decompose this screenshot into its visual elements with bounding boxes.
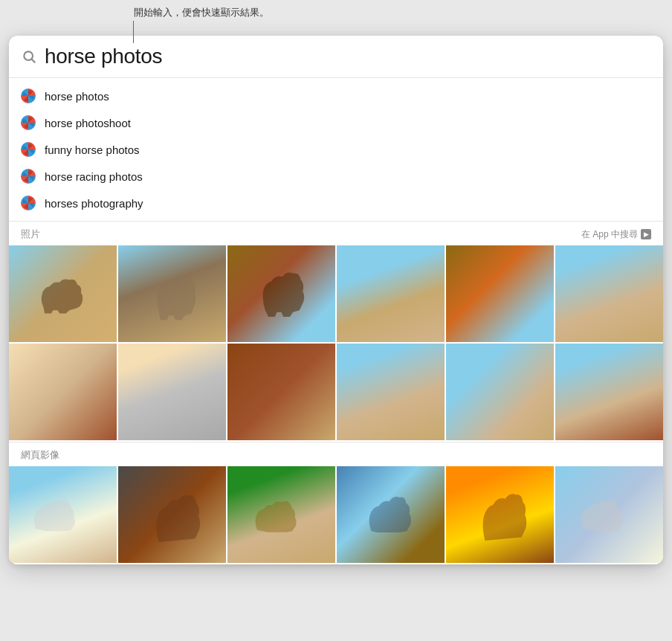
photos-grid (9, 245, 663, 442)
photo-cell-9[interactable] (227, 344, 335, 440)
horse-silhouette-1 (30, 260, 95, 328)
compass-icon-3 (21, 142, 36, 157)
photo-detail-2 (118, 245, 226, 342)
suggestion-text-3: funny horse photos (45, 144, 140, 156)
web-image-cell-2[interactable] (118, 466, 226, 563)
suggestion-text-5: horses photography (45, 197, 143, 210)
photo-cell-6[interactable] (555, 245, 663, 342)
web-images-section-label: 網頁影像 (21, 448, 59, 462)
compass-icon-1 (21, 88, 36, 103)
web-horse-1 (30, 481, 95, 549)
suggestion-text-2: horse photoshoot (45, 117, 131, 129)
photos-section-header: 照片 在 App 中搜尋 ▶ (9, 221, 663, 245)
photo-detail-3 (227, 245, 335, 342)
suggestion-text-1: horse photos (45, 90, 109, 103)
search-in-app-arrow: ▶ (641, 229, 651, 239)
search-bar[interactable]: horse photos (9, 36, 663, 78)
web-horse-2 (140, 481, 204, 549)
web-horse-3 (249, 481, 314, 549)
search-in-app-text: 在 App 中搜尋 (581, 228, 638, 241)
photo-cell-11[interactable] (446, 344, 554, 440)
search-in-app-button[interactable]: 在 App 中搜尋 ▶ (581, 228, 651, 241)
suggestion-item-2[interactable]: horse photoshoot (9, 109, 663, 136)
web-image-detail-1 (9, 466, 117, 563)
suggestion-item-5[interactable]: horses photography (9, 190, 663, 216)
photo-cell-5[interactable] (446, 245, 554, 342)
photo-cell-1[interactable] (9, 245, 117, 342)
web-image-detail-5 (446, 466, 554, 563)
svg-point-0 (24, 51, 33, 60)
photo-cell-2[interactable] (118, 245, 226, 342)
compass-icon-4 (21, 169, 36, 184)
horse-silhouette-2 (140, 260, 204, 328)
horse-silhouette-3 (249, 260, 314, 328)
tooltip-text: 開始輸入，便會快速顯示結果。 (134, 6, 269, 19)
photo-cell-8[interactable] (118, 344, 226, 440)
web-image-detail-6 (555, 466, 663, 563)
photo-detail-1 (9, 245, 117, 342)
web-image-cell-1[interactable] (9, 466, 117, 563)
photos-section-label: 照片 (21, 228, 40, 241)
compass-icon-2 (21, 115, 36, 130)
search-icon (21, 48, 37, 65)
suggestion-item-4[interactable]: horse racing photos (9, 163, 663, 190)
suggestions-list: horse photos horse photoshoot funny hors… (9, 78, 663, 221)
suggestion-text-4: horse racing photos (45, 170, 143, 183)
svg-line-1 (32, 59, 36, 63)
web-horse-4 (358, 481, 423, 549)
web-image-cell-4[interactable] (337, 466, 445, 563)
search-svg (22, 49, 36, 64)
suggestion-item-3[interactable]: funny horse photos (9, 136, 663, 163)
web-image-detail-2 (118, 466, 226, 563)
web-image-detail-3 (227, 466, 335, 563)
web-image-cell-5[interactable] (446, 466, 554, 563)
web-horse-5 (468, 481, 532, 549)
web-image-cell-3[interactable] (227, 466, 335, 563)
web-image-detail-4 (337, 466, 445, 563)
photo-cell-10[interactable] (337, 344, 445, 440)
web-images-section-header: 網頁影像 (9, 442, 663, 466)
photo-cell-7[interactable] (9, 344, 117, 440)
photo-cell-4[interactable] (337, 245, 445, 342)
photo-cell-12[interactable] (555, 344, 663, 440)
web-horse-6 (577, 481, 642, 549)
photo-cell-3[interactable] (227, 245, 335, 342)
web-image-cell-6[interactable] (555, 466, 663, 563)
compass-icon-5 (21, 196, 36, 210)
search-container: horse photos horse photos horse photosho… (9, 36, 663, 564)
search-query-display[interactable]: horse photos (45, 45, 162, 68)
suggestion-item-1[interactable]: horse photos (9, 83, 663, 109)
web-images-grid (9, 466, 663, 564)
